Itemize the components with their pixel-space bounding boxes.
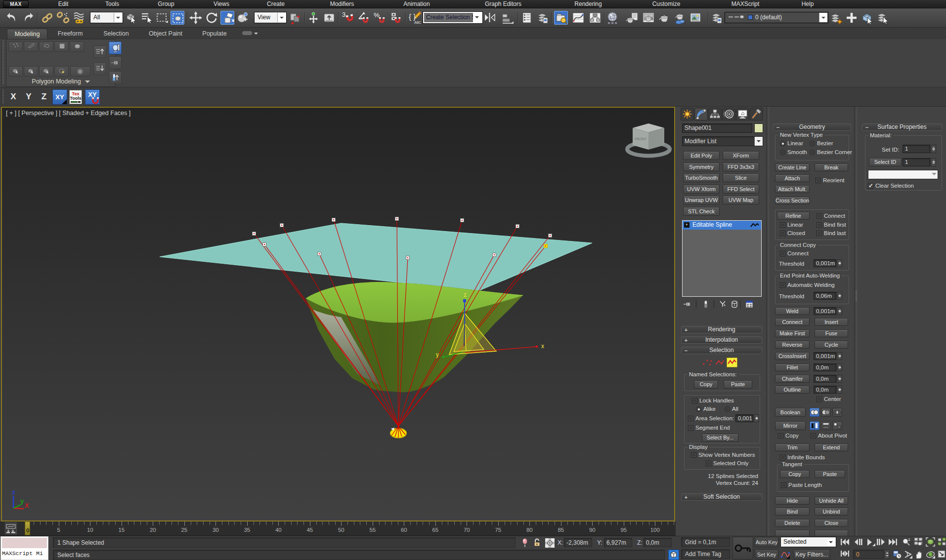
connect-copy-threshold-field[interactable]: 0,001m — [814, 259, 836, 267]
menu-graph-editors[interactable]: Graph Editors — [481, 0, 525, 8]
chamfer-field[interactable]: 0,0m — [814, 375, 836, 383]
delete-button[interactable]: Delete — [775, 519, 810, 527]
auto-weld-threshold-field[interactable]: 0,06m — [814, 292, 836, 300]
redo-button[interactable] — [21, 11, 35, 25]
absolute-offset-mode-icon[interactable] — [545, 538, 555, 548]
rendered-frame-window-button[interactable] — [642, 11, 655, 25]
closed-checkbox[interactable] — [780, 231, 785, 236]
weld-threshold-field-spinner[interactable] — [837, 307, 842, 315]
modifier-button-unwrap-uvw[interactable]: Unwrap UVW — [683, 196, 720, 204]
mirror-button[interactable] — [483, 11, 497, 25]
frame-spinner[interactable] — [884, 550, 890, 559]
chamfer-field-spinner[interactable] — [837, 375, 842, 383]
textools-button[interactable]: Tex Tools — [69, 90, 82, 104]
next-frame-button[interactable] — [876, 538, 886, 546]
select-id-field-spinner[interactable] — [931, 158, 936, 166]
mirror-both-button[interactable] — [832, 421, 842, 430]
tab-motion[interactable] — [722, 108, 735, 120]
connect-copy-threshold-field-spinner[interactable] — [837, 259, 842, 267]
rectangular-selection-region-button[interactable] — [155, 11, 169, 25]
object-color-swatch[interactable] — [754, 123, 763, 133]
make-first-button[interactable]: Make First — [775, 329, 810, 337]
time-configuration-button[interactable] — [893, 550, 902, 559]
selection-filter-dropdown[interactable]: All — [90, 12, 123, 23]
area-selection-checkbox[interactable] — [688, 416, 693, 421]
vertex-subobject-button[interactable] — [702, 358, 713, 367]
modifier-button-symmetry[interactable]: Symmetry — [683, 162, 720, 171]
z-axis-constraint-button[interactable]: Z — [37, 89, 51, 104]
cycle-button[interactable]: Cycle — [815, 341, 848, 349]
modifier-button-uvw-map[interactable]: UVW Map — [723, 196, 759, 204]
maxscript-macro-pane[interactable] — [2, 538, 47, 548]
modifier-button-xform[interactable]: XForm — [723, 151, 759, 160]
zoom-extents-button[interactable] — [926, 537, 935, 547]
create-line-button[interactable]: Create Line — [775, 163, 810, 171]
zoom-all-extents-button[interactable] — [938, 537, 946, 547]
rollout-rendering[interactable]: +Rendering — [681, 326, 762, 333]
create-new-layer-button[interactable] — [829, 11, 843, 25]
rollout-geometry[interactable]: −Geometry — [773, 123, 851, 131]
alike-radio[interactable] — [696, 406, 701, 412]
select-id-field[interactable]: 1 — [903, 158, 930, 166]
selection-lock-icon[interactable] — [533, 538, 541, 547]
copy-named-selection-button[interactable]: Copy — [694, 380, 718, 389]
pin-stack-button[interactable] — [683, 300, 691, 308]
preview-multi-button[interactable] — [39, 66, 53, 77]
weld-button[interactable]: Weld — [775, 307, 810, 315]
tab-display[interactable] — [736, 108, 749, 120]
tangent-copy-button[interactable]: Copy — [780, 470, 810, 478]
full-interactivity-button[interactable] — [54, 66, 69, 77]
select-and-move-button[interactable] — [189, 11, 203, 25]
hide-button[interactable]: Hide — [775, 497, 810, 505]
area-selection-field[interactable]: 0,001 — [735, 414, 753, 422]
infinite-bounds-checkbox[interactable] — [780, 455, 785, 460]
xy-plane-constraint-button[interactable]: XY — [52, 89, 67, 105]
lock-handles-checkbox[interactable] — [692, 398, 697, 403]
clear-selection-checkbox[interactable] — [868, 183, 873, 189]
select-by-name-button[interactable] — [140, 11, 154, 25]
unlink-selection-button[interactable] — [56, 11, 70, 25]
toolbar-drag-handle[interactable] — [1, 89, 4, 104]
ribbon-tab-selection[interactable]: Selection — [93, 29, 139, 39]
pan-view-button[interactable] — [914, 550, 923, 559]
ribbon-minimize-button[interactable] — [242, 31, 253, 36]
maximize-viewport-button[interactable] — [938, 550, 946, 559]
keyboard-shortcut-override-toggle[interactable] — [322, 11, 336, 25]
unbind-button[interactable]: Unbind — [815, 508, 848, 516]
show-vertex-numbers-checkbox[interactable] — [691, 452, 696, 458]
select-and-place-button[interactable] — [236, 11, 250, 25]
menu-help[interactable]: Help — [798, 0, 818, 8]
zoom-button[interactable]: ± — [902, 537, 911, 547]
element-mode-button[interactable] — [70, 41, 84, 52]
attach-button[interactable]: Attach — [775, 174, 810, 182]
paste-length-checkbox[interactable] — [781, 482, 786, 488]
play-button[interactable] — [866, 538, 876, 547]
boolean-button[interactable]: Boolean — [775, 408, 806, 417]
bezier-corner-radio[interactable] — [810, 150, 815, 155]
viewport-label[interactable]: [ + ] [ Perspective ] [ Shaded + Edged F… — [6, 110, 130, 117]
select-id-button[interactable]: Select ID — [869, 158, 902, 166]
cross-insert-button[interactable]: CrossInsert — [775, 352, 810, 360]
edit-named-selection-sets-button[interactable]: { }ABC — [408, 11, 422, 25]
key-filters-button[interactable]: Key Filters... — [793, 549, 830, 560]
bind-first-checkbox[interactable] — [817, 222, 822, 228]
menu-rendering[interactable]: Rendering — [570, 0, 605, 8]
field-of-view-button[interactable] — [903, 550, 912, 559]
material-name-dropdown[interactable] — [868, 170, 938, 179]
select-objects-in-layer-button[interactable] — [860, 11, 874, 25]
linear-checkbox[interactable] — [780, 222, 785, 228]
ribbon-drag-handle[interactable] — [1, 40, 4, 85]
attach-mult-button[interactable]: Attach Mult. — [775, 185, 810, 193]
bezier-radio[interactable] — [810, 141, 815, 146]
automatic-welding-checkbox[interactable] — [780, 282, 785, 288]
ribbon-tab-modeling[interactable]: Modeling — [7, 29, 47, 39]
reorient-checkbox[interactable] — [816, 178, 821, 183]
render-in-cloud-button[interactable] — [673, 11, 687, 25]
outline-field-spinner[interactable] — [837, 386, 842, 394]
break-button[interactable]: Break — [815, 163, 848, 171]
segment-end-checkbox[interactable] — [688, 425, 693, 431]
tab-create[interactable] — [681, 108, 694, 120]
boolean-intersect-button[interactable] — [832, 408, 842, 417]
fillet-field-spinner[interactable] — [837, 363, 842, 371]
isolate-selection-icon[interactable] — [668, 550, 679, 560]
